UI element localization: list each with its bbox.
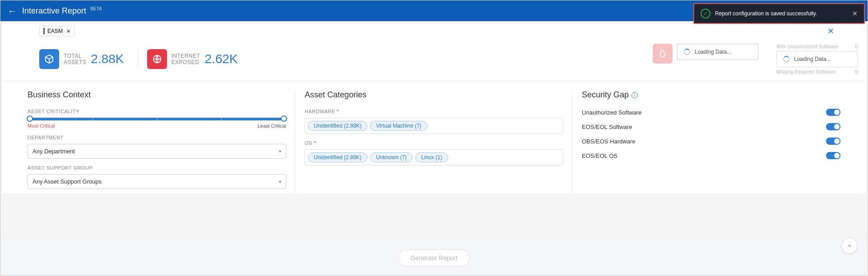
support-group-value: Any Asset Support Groups	[32, 178, 102, 185]
toast-message: Report configuration is saved successful…	[715, 10, 852, 17]
tag-hardware-vm[interactable]: Virtual Machine (7)	[370, 121, 427, 131]
os-label: OS*	[305, 140, 563, 146]
stat-exposed-line2: EXPOSED	[172, 59, 200, 65]
gap-eos-eol-software: EOS/EOL Software	[582, 123, 840, 130]
loading-text-2: Loading Data...	[794, 56, 831, 62]
gap-eos-eol-os: EOS/EOL OS	[582, 152, 840, 159]
gap-obs-eos-hardware: OBS/EOS Hardware	[582, 138, 840, 145]
toggle-unauthorized-software[interactable]	[826, 109, 840, 116]
criticality-slider[interactable]	[28, 118, 285, 120]
back-arrow-icon[interactable]: ←	[8, 6, 17, 16]
close-icon[interactable]: ✕	[852, 10, 858, 17]
loading-box-2: Loading Data...	[776, 51, 858, 67]
content-area: EASM ✕ ✕ TOTAL ASSETS 2.88K INTERNET EXP…	[2, 21, 866, 193]
hardware-tags[interactable]: Unidentified (2.88K) Virtual Machine (7)	[305, 118, 563, 134]
filter-chip-remove-icon[interactable]: ✕	[66, 28, 70, 34]
loading-text-1: Loading Data...	[695, 49, 731, 55]
toggle-eos-eol-software[interactable]	[826, 123, 840, 130]
filter-chip-easm[interactable]: EASM ✕	[39, 26, 74, 37]
filter-row: EASM ✕ ✕	[2, 21, 866, 41]
stat-exposed-line1: INTERNET	[172, 53, 200, 59]
software-status-top: With Unauthorized Software0	[776, 44, 858, 49]
stat-label-total: TOTAL ASSETS	[64, 53, 86, 66]
toggle-obs-eos-hardware[interactable]	[826, 138, 840, 145]
support-group-select[interactable]: Any Asset Support Groups ▾	[28, 174, 286, 189]
tag-hardware-unidentified[interactable]: Unidentified (2.88K)	[308, 121, 367, 131]
filter-chip-label: EASM	[47, 28, 63, 34]
asset-categories-title: Asset Categories	[305, 90, 563, 100]
missing-software-label: Missing Required Software	[776, 69, 836, 74]
col-security-gap: Security Gap i Unauthorized Software EOS…	[572, 90, 849, 193]
stat-total-assets: TOTAL ASSETS 2.88K	[39, 49, 124, 69]
chevron-down-icon: ▾	[279, 179, 281, 184]
label-least-critical: Least Critical	[257, 123, 286, 129]
globe-icon	[147, 49, 167, 69]
info-icon[interactable]: i	[631, 92, 638, 98]
cube-icon	[39, 49, 59, 69]
clear-filters-icon[interactable]: ✕	[827, 26, 834, 36]
unauth-software-val: 0	[855, 44, 858, 49]
gap-label: Unauthorized Software	[582, 109, 641, 116]
gap-unauthorized-software: Unauthorized Software	[582, 109, 840, 116]
gap-label: OBS/EOS Hardware	[582, 138, 636, 145]
beta-badge: BETA	[90, 6, 102, 11]
slider-handle-left[interactable]	[27, 115, 33, 122]
stat-label-exposed: INTERNET EXPOSED	[172, 53, 200, 66]
support-group-label: ASSET SUPPORT GROUP	[28, 165, 286, 170]
slider-tick	[221, 116, 222, 121]
check-circle-icon: ✓	[701, 9, 710, 18]
tag-os-unidentified[interactable]: Unidentified (2.88K)	[308, 152, 367, 162]
stat-internet-exposed: INTERNET EXPOSED 2.62K	[147, 49, 238, 69]
slider-tick	[157, 116, 158, 121]
security-gap-title: Security Gap i	[582, 90, 840, 100]
label-most-critical: Most Critical	[28, 123, 55, 129]
slider-handle-right[interactable]	[281, 115, 287, 122]
tag-os-linux[interactable]: Linux (1)	[415, 152, 448, 162]
slider-tick	[93, 116, 93, 121]
filter-chip-bar	[43, 28, 45, 34]
hardware-label: HARDWARE*	[305, 109, 563, 114]
fire-icon	[653, 44, 673, 64]
stat-label-line1: TOTAL	[64, 53, 86, 59]
software-status-bottom: Missing Required Software0	[776, 69, 858, 74]
chevron-down-icon: ▾	[279, 149, 281, 154]
tag-os-unknown[interactable]: Unknown (7)	[370, 152, 413, 162]
loading-box-1: Loading Data...	[677, 44, 758, 60]
spinner-icon-2	[783, 56, 789, 62]
business-context-title: Business Context	[28, 90, 286, 100]
security-gap-title-text: Security Gap	[582, 90, 629, 100]
department-select[interactable]: Any Department ▾	[28, 144, 286, 159]
missing-software-val: 0	[855, 69, 858, 74]
gap-label: EOS/EOL Software	[582, 124, 632, 130]
stat-value-total: 2.88K	[91, 52, 124, 66]
col-asset-categories: Asset Categories HARDWARE* Unidentified …	[295, 90, 572, 193]
gap-label: EOS/EOL OS	[582, 152, 617, 159]
stat-value-exposed: 2.62K	[205, 52, 238, 66]
stat-divider	[138, 50, 138, 68]
unauth-software-label: With Unauthorized Software	[776, 44, 838, 49]
scroll-to-top-button[interactable]	[841, 238, 858, 254]
software-extra-col: With Unauthorized Software0 Loading Data…	[776, 44, 858, 74]
page-title-text: Interactive Report	[22, 6, 86, 15]
os-tags[interactable]: Unidentified (2.88K) Unknown (7) Linux (…	[305, 149, 563, 166]
footer: Generate Report	[2, 239, 866, 276]
stat-label-line2: ASSETS	[64, 59, 86, 65]
page-title: Interactive Report BETA	[22, 6, 102, 16]
slider-labels: Most Critical Least Critical	[28, 123, 286, 129]
generate-report-button[interactable]: Generate Report	[398, 249, 469, 267]
criticality-label: ASSET CRITICALITY	[28, 109, 286, 114]
columns: Business Context ASSET CRITICALITY Most …	[2, 81, 866, 193]
department-value: Any Department	[32, 148, 75, 155]
department-label: DEPARTMENT	[28, 135, 286, 140]
spinner-icon	[684, 49, 690, 55]
toast-success: ✓ Report configuration is saved successf…	[693, 3, 865, 24]
stats-row: TOTAL ASSETS 2.88K INTERNET EXPOSED 2.62…	[2, 41, 866, 81]
col-business-context: Business Context ASSET CRITICALITY Most …	[19, 90, 295, 193]
toggle-eos-eol-os[interactable]	[826, 152, 840, 159]
loading-area: Loading Data... With Unauthorized Softwa…	[653, 44, 858, 74]
